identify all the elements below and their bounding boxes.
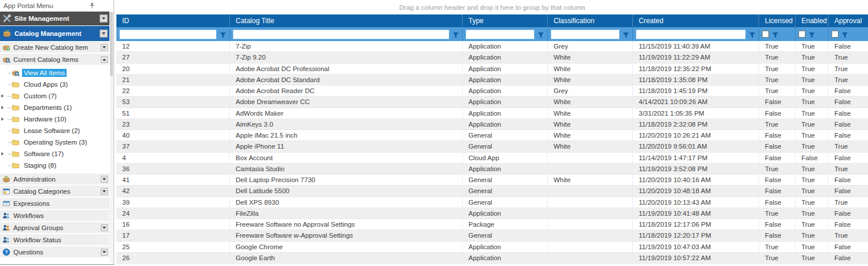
filter-funnel-icon[interactable] (772, 31, 779, 38)
group-by-panel[interactable]: Drag a column header and drop it here to… (116, 0, 868, 14)
window2-icon (2, 200, 10, 208)
table-row[interactable]: 127-ZipApplicationGrey11/15/2019 11:40:3… (116, 41, 868, 52)
sidebar-item-current-catalog-items[interactable]: Current Catalog Items (0, 54, 109, 66)
sidebar-item-questions[interactable]: ?Questions (0, 246, 109, 258)
filter-funnel-icon[interactable] (808, 31, 815, 38)
tree-item-staging-8[interactable]: Staging (8) (0, 160, 109, 171)
table-row[interactable]: 4Box AccountCloud App11/14/2019 1:47:17 … (116, 153, 868, 164)
cell-type: Application (463, 86, 548, 97)
column-header-enabled[interactable]: Enabled (796, 14, 829, 27)
column-header-catalog_title[interactable]: Catalog Title (230, 14, 463, 27)
pin-icon[interactable] (88, 2, 96, 10)
filter-checkbox-enabled[interactable] (799, 31, 805, 38)
table-row[interactable]: 20Adobe Acrobat DC ProfessionalApplicati… (116, 64, 868, 75)
sidebar-item-create-new-catalog-item[interactable]: Create New Catalog Item (0, 42, 109, 54)
table-row[interactable]: 16Freeware Software no Approval Settings… (116, 219, 868, 230)
tree-item-custom-7[interactable]: Custom (7) (0, 90, 109, 102)
chevron-down-icon[interactable] (101, 44, 108, 51)
cell-licensed: True (759, 119, 796, 130)
cell-approval: False (829, 108, 868, 119)
filter-funnel-icon[interactable] (841, 31, 848, 38)
cell-enabled: True (796, 141, 829, 152)
tree-item-software-17[interactable]: Software (17) (0, 148, 109, 160)
cell-catalog_title: FileZilla (230, 208, 463, 219)
tree-item-cloud-apps-3[interactable]: Cloud Apps (3) (0, 79, 109, 90)
table-row[interactable]: 277-Zip 9.20ApplicationWhite11/19/2019 1… (116, 52, 868, 63)
expand-icon[interactable] (1, 106, 4, 109)
sidebar-item-catalog-categories[interactable]: Catalog Categories (0, 186, 109, 198)
expand-icon[interactable] (1, 94, 4, 98)
filter-input-type[interactable] (466, 29, 534, 39)
cell-licensed: False (759, 130, 796, 141)
table-row[interactable]: 24FileZillaApplication11/19/2019 10:41:4… (116, 208, 868, 219)
chevron-down-icon[interactable] (100, 14, 108, 23)
people2-icon (2, 224, 10, 232)
table-row[interactable]: 53Adobe Dreamweaver CCApplicationWhite4/… (116, 97, 868, 108)
column-header-id[interactable]: ID (116, 14, 230, 27)
sidebar-item-expressions[interactable]: Expressions (0, 198, 109, 210)
cell-created: 11/19/2019 10:47:03 AM (633, 242, 759, 253)
column-header-approval[interactable]: Approval (829, 14, 868, 27)
column-header-created[interactable]: Created (633, 14, 759, 27)
tree-item-operating-system-3[interactable]: Operating System (3) (0, 136, 109, 148)
chevron-down-icon[interactable] (101, 176, 108, 183)
question-icon: ? (2, 248, 10, 256)
filter-input-catalog_title[interactable] (233, 29, 449, 39)
table-row[interactable]: 21Adobe Acrobat DC StandardApplicationWh… (116, 75, 868, 86)
chevron-down-icon[interactable] (101, 224, 108, 231)
filter-input-id[interactable] (119, 29, 217, 39)
cell-enabled: True (796, 253, 829, 264)
column-header-type[interactable]: Type (463, 14, 548, 27)
tree-item-lease-software-2[interactable]: Lease Software (2) (0, 125, 109, 136)
table-row[interactable]: 39Dell XPS 8930General11/20/2019 10:13:4… (116, 197, 868, 208)
cell-id: 42 (116, 186, 230, 197)
sidebar-section-site-management[interactable]: Site Management (0, 12, 109, 25)
sidebar-item-workflow-status[interactable]: Workflow Status (0, 234, 109, 246)
cell-classification (548, 219, 633, 230)
cell-classification (548, 197, 633, 208)
grid-filter-row (116, 27, 868, 41)
column-header-classification[interactable]: Classification (548, 14, 633, 27)
expand-icon[interactable] (1, 152, 4, 156)
table-row[interactable]: 22Adobe Acrobat Reader DCApplicationGrey… (116, 86, 868, 97)
filter-input-classification[interactable] (551, 29, 620, 39)
table-row[interactable]: 17Freeware Software w-Approval SettingsG… (116, 230, 868, 241)
chevron-up-icon[interactable] (101, 56, 108, 63)
filter-checkbox-licensed[interactable] (762, 31, 769, 38)
filter-funnel-icon[interactable] (749, 31, 756, 38)
chevron-down-icon[interactable] (101, 188, 108, 195)
cell-type: Application (463, 52, 548, 63)
sidebar-item-administration[interactable]: Administration (0, 173, 109, 186)
table-row[interactable]: 23AimKeys 3.0ApplicationWhite11/18/2019 … (116, 119, 868, 130)
sidebar-item-approval-groups[interactable]: Approval Groups (0, 222, 109, 234)
table-row[interactable]: 37Apple iPhone 11GeneralWhite11/20/2019 … (116, 141, 868, 152)
filter-input-created[interactable] (636, 29, 746, 39)
table-row[interactable]: 40Apple iMac 21.5 inchGeneralWhite11/20/… (116, 130, 868, 141)
expand-icon[interactable] (1, 117, 4, 121)
table-row[interactable]: 26Google EarthApplication11/19/2019 10:5… (116, 253, 868, 264)
cell-id: 41 (116, 175, 230, 186)
tree-item-departments-1[interactable]: Departments (1) (0, 102, 109, 113)
filter-funnel-icon[interactable] (219, 31, 226, 38)
sidebar-scrollbar[interactable] (110, 12, 113, 263)
table-row[interactable]: 51AdWords MakerApplicationWhite3/31/2021… (116, 108, 868, 119)
cell-approval: False (829, 242, 868, 253)
table-row[interactable]: 25Google ChromeApplication11/19/2019 10:… (116, 242, 868, 253)
chevron-down-icon[interactable] (100, 29, 108, 38)
table-row[interactable]: 41Dell Laptop Precision 7730GeneralWhite… (116, 175, 868, 186)
tree-item-hardware-10[interactable]: Hardware (10) (0, 113, 109, 125)
table-row[interactable]: 42Dell Latitude 5500General11/20/2019 10… (116, 186, 868, 197)
sidebar-item-label: Workflows (13, 212, 108, 219)
tree-item-view-all-items[interactable]: View All Items (0, 67, 109, 79)
chevron-down-icon[interactable] (101, 249, 108, 256)
cell-id: 17 (116, 230, 230, 241)
sidebar-item-workflows[interactable]: Workflows (0, 210, 109, 222)
table-row[interactable]: 36Camtasia StudioApplication11/19/2019 3… (116, 164, 868, 175)
filter-funnel-icon[interactable] (537, 31, 544, 38)
filter-funnel-icon[interactable] (452, 31, 459, 38)
sidebar-section-catalog-management[interactable]: Catalog Management (0, 26, 109, 41)
scrollbar-thumb[interactable] (110, 12, 113, 76)
filter-checkbox-approval[interactable] (832, 31, 838, 38)
filter-funnel-icon[interactable] (622, 31, 629, 38)
column-header-licensed[interactable]: Licensed (759, 14, 796, 27)
